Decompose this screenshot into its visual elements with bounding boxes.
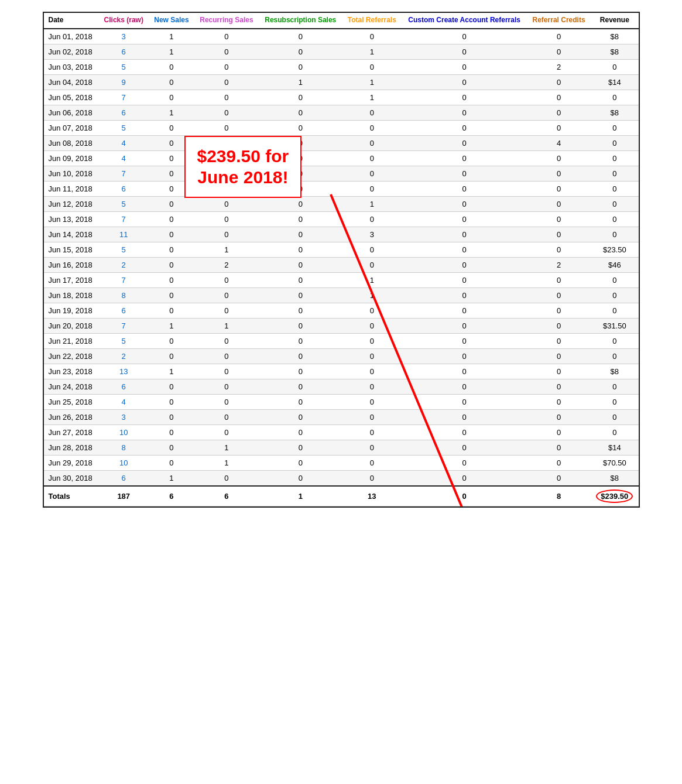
cell-clicks: 11 <box>98 227 149 242</box>
cell-referral: 0 <box>527 90 591 105</box>
cell-recurring: 0 <box>194 211 259 227</box>
cell-new: 0 <box>149 59 194 74</box>
cell-resub: 0 <box>259 272 342 287</box>
cell-clicks: 7 <box>98 211 149 227</box>
cell-recurring: 1 <box>194 318 259 333</box>
cell-custom: 0 <box>402 211 527 227</box>
cell-custom: 0 <box>402 135 527 150</box>
cell-resub: 0 <box>259 287 342 303</box>
cell-custom: 0 <box>402 44 527 59</box>
cell-clicks: 5 <box>98 196 149 211</box>
cell-revenue: 0 <box>591 379 638 394</box>
cell-recurring: 0 <box>194 74 259 90</box>
stats-table: Date Clicks (raw) New Sales Recurring Sa… <box>44 13 639 506</box>
cell-resub: 0 <box>259 44 342 59</box>
cell-revenue: 0 <box>591 196 638 211</box>
cell-date: Jun 07, 2018 <box>44 120 99 135</box>
cell-date: Jun 24, 2018 <box>44 379 99 394</box>
cell-revenue: 0 <box>591 333 638 348</box>
cell-referral: 0 <box>527 29 591 44</box>
table-row: Jun 07, 2018 5 0 0 0 0 0 0 0 <box>44 120 639 135</box>
cell-referral: 0 <box>527 303 591 318</box>
cell-recurring: 0 <box>194 394 259 409</box>
cell-clicks: 6 <box>98 470 149 486</box>
cell-date: Jun 25, 2018 <box>44 394 99 409</box>
cell-resub: 0 <box>259 211 342 227</box>
cell-total: 3 <box>342 227 402 242</box>
cell-revenue: $8 <box>591 105 638 120</box>
overlay-period: June 2018! <box>197 167 289 188</box>
cell-custom: 0 <box>402 227 527 242</box>
cell-total: 1 <box>342 287 402 303</box>
cell-date: Jun 21, 2018 <box>44 333 99 348</box>
cell-total: 1 <box>342 74 402 90</box>
cell-recurring: 0 <box>194 364 259 379</box>
header-date: Date <box>44 13 99 29</box>
cell-date: Jun 17, 2018 <box>44 272 99 287</box>
cell-total: 0 <box>342 120 402 135</box>
cell-revenue: 0 <box>591 303 638 318</box>
cell-revenue: 0 <box>591 424 638 440</box>
cell-custom: 0 <box>402 272 527 287</box>
totals-total: 13 <box>342 486 402 506</box>
cell-recurring: 0 <box>194 287 259 303</box>
cell-resub: 0 <box>259 379 342 394</box>
cell-clicks: 2 <box>98 257 149 272</box>
cell-recurring: 1 <box>194 440 259 455</box>
cell-recurring: 0 <box>194 29 259 44</box>
cell-new: 1 <box>149 470 194 486</box>
cell-resub: 0 <box>259 29 342 44</box>
table-row: Jun 23, 2018 13 1 0 0 0 0 0 $8 <box>44 364 639 379</box>
table-row: Jun 15, 2018 5 0 1 0 0 0 0 $23.50 <box>44 242 639 257</box>
cell-clicks: 10 <box>98 424 149 440</box>
cell-date: Jun 20, 2018 <box>44 318 99 333</box>
cell-total: 0 <box>342 166 402 181</box>
cell-recurring: 0 <box>194 409 259 424</box>
cell-clicks: 6 <box>98 181 149 196</box>
cell-total: 0 <box>342 303 402 318</box>
cell-total: 0 <box>342 150 402 166</box>
cell-date: Jun 02, 2018 <box>44 44 99 59</box>
cell-new: 0 <box>149 440 194 455</box>
cell-custom: 0 <box>402 440 527 455</box>
cell-clicks: 5 <box>98 120 149 135</box>
cell-clicks: 10 <box>98 455 149 470</box>
cell-referral: 0 <box>527 424 591 440</box>
cell-date: Jun 13, 2018 <box>44 211 99 227</box>
cell-date: Jun 04, 2018 <box>44 74 99 90</box>
table-row: Jun 02, 2018 6 1 0 0 1 0 0 $8 <box>44 44 639 59</box>
cell-custom: 0 <box>402 303 527 318</box>
cell-revenue: 0 <box>591 166 638 181</box>
totals-revenue: $239.50 <box>591 486 638 506</box>
cell-date: Jun 14, 2018 <box>44 227 99 242</box>
cell-referral: 0 <box>527 379 591 394</box>
cell-custom: 0 <box>402 29 527 44</box>
data-table-wrapper: Date Clicks (raw) New Sales Recurring Sa… <box>43 12 640 508</box>
cell-custom: 0 <box>402 257 527 272</box>
cell-total: 0 <box>342 318 402 333</box>
cell-recurring: 0 <box>194 333 259 348</box>
cell-revenue: 0 <box>591 90 638 105</box>
cell-date: Jun 01, 2018 <box>44 29 99 44</box>
cell-new: 1 <box>149 318 194 333</box>
table-row: Jun 10, 2018 7 0 0 0 0 0 0 0 <box>44 166 639 181</box>
cell-referral: 0 <box>527 74 591 90</box>
cell-total: 0 <box>342 135 402 150</box>
cell-new: 0 <box>149 287 194 303</box>
cell-date: Jun 27, 2018 <box>44 424 99 440</box>
cell-new: 0 <box>149 211 194 227</box>
cell-referral: 0 <box>527 272 591 287</box>
cell-new: 0 <box>149 409 194 424</box>
cell-referral: 0 <box>527 455 591 470</box>
cell-recurring: 2 <box>194 257 259 272</box>
cell-total: 0 <box>342 333 402 348</box>
cell-recurring: 0 <box>194 105 259 120</box>
cell-total: 0 <box>342 470 402 486</box>
cell-revenue: 0 <box>591 59 638 74</box>
cell-revenue: 0 <box>591 135 638 150</box>
cell-total: 0 <box>342 257 402 272</box>
cell-total: 1 <box>342 196 402 211</box>
totals-custom: 0 <box>402 486 527 506</box>
cell-clicks: 4 <box>98 394 149 409</box>
cell-total: 0 <box>342 211 402 227</box>
